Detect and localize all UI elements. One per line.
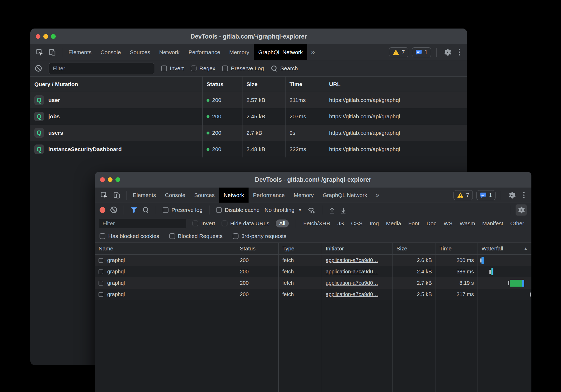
table-row[interactable]: graphql 200 fetch application-a7ca9d0… 2… xyxy=(95,255,531,266)
minimize-window-button[interactable] xyxy=(43,34,48,39)
initiator-link[interactable]: application-a7ca9d0… xyxy=(326,269,378,275)
table-row[interactable]: QinstanceSecurityDashboard 200 2.48 kB 2… xyxy=(30,141,467,157)
initiator-link[interactable]: application-a7ca9d0… xyxy=(326,291,378,297)
tab-performance[interactable]: Performance xyxy=(249,188,289,203)
column-header-initiator[interactable]: Initiator xyxy=(322,243,392,254)
device-toolbar-icon[interactable] xyxy=(47,47,58,58)
invert-checkbox[interactable]: Invert xyxy=(161,65,184,72)
filter-chip-css[interactable]: CSS xyxy=(351,220,362,227)
initiator-link[interactable]: application-a7ca9d0… xyxy=(326,280,378,286)
throttling-select[interactable]: No throttling ▼ xyxy=(265,207,302,213)
checkbox-box[interactable] xyxy=(222,66,228,71)
column-header-status[interactable]: Status xyxy=(202,77,242,92)
filter-chip-fetch-xhr[interactable]: Fetch/XHR xyxy=(303,220,330,227)
tab-memory[interactable]: Memory xyxy=(289,188,318,203)
row-checkbox[interactable] xyxy=(99,281,103,286)
filter-input[interactable] xyxy=(49,63,154,74)
more-tabs-icon[interactable]: » xyxy=(372,188,383,203)
clear-icon[interactable] xyxy=(35,65,42,72)
search-icon[interactable] xyxy=(142,207,149,213)
filter-chip-font[interactable]: Font xyxy=(408,220,419,227)
zoom-window-button[interactable] xyxy=(51,34,56,39)
checkbox-box[interactable] xyxy=(222,221,227,226)
filter-chip-doc[interactable]: Doc xyxy=(427,220,436,227)
checkbox-box[interactable] xyxy=(100,233,105,239)
tab-network[interactable]: Network xyxy=(155,44,184,60)
row-checkbox[interactable] xyxy=(99,258,103,263)
third-party-requests-checkbox[interactable]: 3rd-party requests xyxy=(233,233,286,239)
filter-chip-js[interactable]: JS xyxy=(338,220,344,227)
more-tabs-icon[interactable]: » xyxy=(307,44,319,60)
tab-sources[interactable]: Sources xyxy=(190,188,219,203)
record-button[interactable] xyxy=(100,207,105,213)
tab-memory[interactable]: Memory xyxy=(225,44,254,60)
inspect-element-icon[interactable] xyxy=(34,47,45,58)
preserve-log-checkbox[interactable]: Preserve log xyxy=(163,207,203,213)
hide-data-urls-checkbox[interactable]: Hide data URLs xyxy=(222,220,269,227)
tab-network[interactable]: Network xyxy=(219,188,249,203)
column-header-url[interactable]: URL xyxy=(325,77,467,92)
filter-input[interactable] xyxy=(99,219,186,228)
tab-elements[interactable]: Elements xyxy=(64,44,96,60)
tab-console[interactable]: Console xyxy=(96,44,125,60)
filter-chip-img[interactable]: Img xyxy=(370,220,379,227)
column-header-query[interactable]: Query / Mutation xyxy=(30,77,202,92)
column-header-size[interactable]: Size xyxy=(392,243,436,254)
column-header-waterfall[interactable]: Waterfall ▲ xyxy=(478,243,531,254)
warnings-badge[interactable]: 7 xyxy=(454,190,473,200)
tab-elements[interactable]: Elements xyxy=(128,188,161,203)
filter-chip-other[interactable]: Other xyxy=(510,220,524,227)
filter-chip-all[interactable]: All xyxy=(276,220,289,227)
tab-console[interactable]: Console xyxy=(161,188,190,203)
network-conditions-icon[interactable] xyxy=(307,206,315,214)
filter-chip-ws[interactable]: WS xyxy=(443,220,452,227)
tab-sources[interactable]: Sources xyxy=(125,44,155,60)
close-window-button[interactable] xyxy=(36,34,40,39)
column-header-time[interactable]: Time xyxy=(285,77,325,92)
table-row[interactable]: graphql 200 fetch application-a7ca9d0… 2… xyxy=(95,289,531,300)
checkbox-box[interactable] xyxy=(233,233,239,239)
import-har-icon[interactable] xyxy=(329,206,335,214)
device-toolbar-icon[interactable] xyxy=(111,190,122,201)
has-blocked-cookies-checkbox[interactable]: Has blocked cookies xyxy=(100,233,159,239)
table-row[interactable]: Quser 200 2.57 kB 211ms https://gitlab.c… xyxy=(30,92,467,108)
column-header-type[interactable]: Type xyxy=(278,243,322,254)
invert-checkbox[interactable]: Invert xyxy=(193,220,215,227)
close-window-button[interactable] xyxy=(100,177,105,182)
checkbox-box[interactable] xyxy=(191,66,197,71)
messages-badge[interactable]: 1 xyxy=(412,47,431,57)
table-row[interactable]: graphql 200 fetch application-a7ca9d0… 2… xyxy=(95,277,531,289)
column-header-name[interactable]: Name xyxy=(95,243,236,254)
warnings-badge[interactable]: 7 xyxy=(389,47,408,57)
table-row[interactable]: Qusers 200 2.7 kB 9s https://gitlab.com/… xyxy=(30,125,467,141)
table-row[interactable]: graphql 200 fetch application-a7ca9d0… 2… xyxy=(95,266,531,277)
regex-checkbox[interactable]: Regex xyxy=(191,65,216,72)
checkbox-box[interactable] xyxy=(163,207,169,213)
checkbox-box[interactable] xyxy=(161,66,167,71)
column-header-time[interactable]: Time xyxy=(436,243,478,254)
preserve-log-checkbox[interactable]: Preserve Log xyxy=(222,65,264,72)
checkbox-box[interactable] xyxy=(169,233,175,239)
export-har-icon[interactable] xyxy=(340,206,347,214)
inspect-element-icon[interactable] xyxy=(99,190,110,201)
blocked-requests-checkbox[interactable]: Blocked Requests xyxy=(169,233,223,239)
row-checkbox[interactable] xyxy=(99,292,103,297)
initiator-link[interactable]: application-a7ca9d0… xyxy=(326,257,378,263)
filter-chip-manifest[interactable]: Manifest xyxy=(482,220,503,227)
column-header-status[interactable]: Status xyxy=(236,243,278,254)
row-checkbox[interactable] xyxy=(99,269,103,274)
minimize-window-button[interactable] xyxy=(108,177,113,182)
tab-graphql-network[interactable]: GraphQL Network xyxy=(254,44,307,60)
table-row[interactable]: Qjobs 200 2.45 kB 207ms https://gitlab.c… xyxy=(30,108,467,125)
kebab-menu-icon[interactable] xyxy=(457,49,462,55)
settings-gear-icon[interactable] xyxy=(442,47,453,58)
disable-cache-checkbox[interactable]: Disable cache xyxy=(216,207,260,213)
messages-badge[interactable]: 1 xyxy=(476,190,495,200)
network-settings-gear-icon[interactable] xyxy=(516,204,527,216)
checkbox-box[interactable] xyxy=(216,207,222,213)
clear-icon[interactable] xyxy=(110,207,117,213)
tab-graphql-network[interactable]: GraphQL Network xyxy=(318,188,372,203)
tab-performance[interactable]: Performance xyxy=(184,44,225,60)
filter-funnel-icon[interactable] xyxy=(130,207,137,213)
checkbox-box[interactable] xyxy=(193,221,198,226)
